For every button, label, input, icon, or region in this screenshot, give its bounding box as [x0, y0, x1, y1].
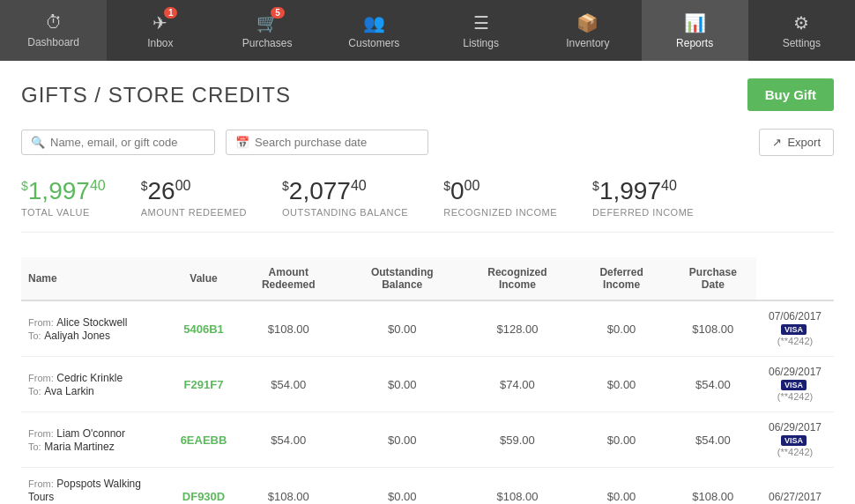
summary-label-amount-redeemed: Amount Redeemed: [141, 207, 247, 218]
from-label: From:: [28, 373, 54, 383]
table-row: From: Liam O'connorTo: Maria Martinez6EA…: [21, 412, 834, 468]
nav-icon-listings: ☰: [473, 12, 489, 33]
nav-icon-reports: 📊: [684, 12, 706, 33]
summary-label-deferred-income: Deferred Income: [592, 207, 694, 218]
nav-badge-purchases: 5: [271, 7, 285, 19]
row-0-deferred-income: $108.00: [670, 300, 756, 357]
table-row: From: Cedric KrinkleTo: Ava LarkinF291F7…: [21, 357, 834, 412]
to-val: Maria Martinez: [44, 441, 114, 453]
nav-item-settings[interactable]: ⚙Settings: [748, 0, 855, 61]
visa-badge: VISA: [781, 435, 807, 446]
from-val: Liam O'connor: [56, 427, 125, 440]
nav-item-listings[interactable]: ☰Listings: [428, 0, 534, 61]
row-1-amount-redeemed: $0.00: [343, 357, 461, 412]
summary-row: $1,99740TOTAL VALUE$2600Amount Redeemed$…: [21, 177, 834, 233]
summary-label-total-value: TOTAL VALUE: [21, 207, 106, 218]
filters-row: 🔍 📅 ↗ Export: [21, 129, 834, 156]
nav-label-listings: Listings: [463, 37, 499, 49]
summary-value-amount-redeemed: $2600: [141, 177, 247, 205]
row-0-purchase-date: 07/06/2017VISA(**4242): [756, 300, 834, 357]
calendar-icon: 📅: [235, 136, 249, 149]
nav-label-inbox: Inbox: [147, 37, 173, 49]
row-0-recognized-income: $0.00: [574, 300, 670, 357]
row-2-outstanding-balance: $59.00: [461, 412, 573, 468]
row-0-value: $108.00: [234, 300, 343, 357]
page-content: GIFTS / STORE CREDITS Buy Gift 🔍 📅 ↗ Exp…: [0, 61, 855, 504]
table-row: From: Alice StockwellTo: Aaliyah Jones54…: [21, 300, 834, 357]
row-2-value: $54.00: [234, 412, 343, 468]
from-label: From:: [28, 317, 54, 328]
table-row: From: Popspots Walking ToursTo: Alice Eg…: [21, 468, 834, 505]
buy-gift-button[interactable]: Buy Gift: [747, 78, 834, 111]
nav-icon-dashboard: ⏱: [45, 12, 63, 33]
row-0-code[interactable]: 5406B1: [174, 300, 234, 357]
nav-item-dashboard[interactable]: ⏱Dashboard: [0, 0, 107, 61]
row-3-name: From: Popspots Walking ToursTo: Alice Eg…: [21, 468, 174, 505]
summary-recognized-income: $000Recognized Income: [443, 177, 557, 218]
row-3-value: $108.00: [234, 468, 343, 505]
name-search-input[interactable]: [50, 136, 205, 149]
from-val: Alice Stockwell: [56, 316, 127, 329]
nav-badge-inbox: 1: [164, 7, 178, 19]
row-2-code[interactable]: 6EAEBB: [174, 412, 234, 468]
nav-label-customers: Customers: [348, 37, 399, 49]
card-info: (**4242): [777, 447, 813, 457]
row-3-purchase-date: 06/27/2017: [756, 468, 834, 505]
th-deferred-income: Deferred Income: [574, 257, 670, 300]
row-1-purchase-date: 06/29/2017VISA(**4242): [756, 357, 834, 412]
from-label: From:: [28, 478, 54, 489]
card-info: (**4242): [777, 336, 813, 346]
row-2-purchase-date: 06/29/2017VISA(**4242): [756, 412, 834, 468]
gifts-table: NameValueAmount RedeemedOutstanding Bala…: [21, 257, 834, 504]
row-0-outstanding-balance: $128.00: [461, 300, 573, 357]
page-title: GIFTS / STORE CREDITS: [21, 83, 291, 107]
th-recognized-income: Recognized Income: [461, 257, 573, 300]
to-label: To:: [28, 330, 41, 341]
to-label: To:: [28, 386, 41, 397]
summary-value-recognized-income: $000: [443, 177, 557, 205]
th-purchase-date: Purchase Date: [670, 257, 756, 300]
from-val: Cedric Krinkle: [56, 372, 123, 384]
summary-value-outstanding-balance: $2,07740: [282, 177, 408, 205]
row-3-amount-redeemed: $0.00: [343, 468, 461, 505]
row-3-recognized-income: $0.00: [574, 468, 670, 505]
row-1-value: $54.00: [234, 357, 343, 412]
card-info: (**4242): [777, 391, 813, 402]
row-1-name: From: Cedric KrinkleTo: Ava Larkin: [21, 357, 174, 412]
visa-badge: VISA: [781, 324, 807, 335]
main-nav: ⏱Dashboard✈1Inbox🛒5Purchases👥Customers☰L…: [0, 0, 855, 61]
row-0-name: From: Alice StockwellTo: Aaliyah Jones: [21, 300, 174, 357]
nav-item-inbox[interactable]: ✈1Inbox: [107, 0, 213, 61]
nav-item-reports[interactable]: 📊Reports: [642, 0, 748, 61]
row-3-deferred-income: $108.00: [670, 468, 756, 505]
nav-label-dashboard: Dashboard: [27, 36, 79, 48]
nav-label-purchases: Purchases: [242, 37, 293, 49]
to-val: Ava Larkin: [44, 385, 93, 397]
date-search-input[interactable]: [255, 136, 419, 149]
export-button[interactable]: ↗ Export: [759, 129, 834, 156]
name-search-box: 🔍: [21, 130, 215, 155]
th-outstanding-balance: Outstanding Balance: [343, 257, 461, 300]
nav-icon-customers: 👥: [363, 12, 385, 33]
nav-label-reports: Reports: [676, 37, 713, 49]
summary-deferred-income: $1,99740Deferred Income: [592, 177, 694, 218]
nav-item-inventory[interactable]: 📦Inventory: [534, 0, 641, 61]
export-icon: ↗: [772, 136, 782, 149]
row-1-deferred-income: $54.00: [670, 357, 756, 412]
summary-value-total-value: $1,99740: [21, 177, 106, 205]
row-2-recognized-income: $0.00: [574, 412, 670, 468]
summary-label-recognized-income: Recognized Income: [443, 207, 557, 218]
row-3-outstanding-balance: $108.00: [461, 468, 573, 505]
search-icon: 🔍: [31, 136, 45, 149]
th-name: Name: [21, 257, 174, 300]
row-1-code[interactable]: F291F7: [174, 357, 234, 412]
summary-outstanding-balance: $2,07740Outstanding Balance: [282, 177, 408, 218]
nav-item-purchases[interactable]: 🛒5Purchases: [214, 0, 321, 61]
nav-label-inventory: Inventory: [566, 37, 609, 49]
nav-item-customers[interactable]: 👥Customers: [321, 0, 428, 61]
row-2-amount-redeemed: $0.00: [343, 412, 461, 468]
nav-label-settings: Settings: [783, 37, 821, 49]
row-3-code[interactable]: DF930D: [174, 468, 234, 505]
visa-badge: VISA: [781, 380, 807, 390]
summary-amount-redeemed: $2600Amount Redeemed: [141, 177, 247, 218]
